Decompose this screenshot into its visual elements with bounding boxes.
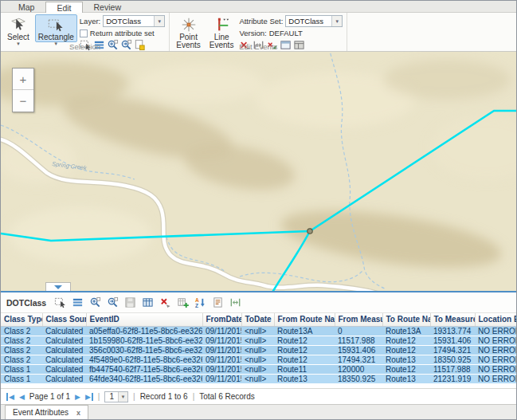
table-cell[interactable]: <null>	[241, 326, 274, 336]
table-cell[interactable]: Class 1	[1, 364, 42, 374]
table-cell[interactable]: NO ERROR	[475, 336, 516, 345]
table-cell[interactable]: Route12	[382, 336, 430, 345]
table-cell[interactable]: <null>	[241, 374, 274, 383]
table-cell[interactable]: Route11	[274, 364, 335, 374]
table-cell[interactable]: 09/11/2015	[202, 326, 241, 336]
switch-table-icon[interactable]	[142, 296, 154, 308]
save-icon[interactable]	[124, 296, 136, 308]
column-header[interactable]: To Route Name	[382, 313, 430, 326]
table-cell[interactable]: <null>	[241, 345, 274, 355]
table-cell[interactable]: Route13A	[274, 326, 335, 336]
table-cell[interactable]: Route13A	[382, 326, 430, 336]
table-cell[interactable]: 11517.988	[430, 364, 475, 374]
table-cell[interactable]: Route12	[382, 364, 430, 374]
column-header[interactable]: From Route Name	[274, 313, 335, 326]
table-cell[interactable]: 64fde340-62f8-11e5-8bc6-ee32641d5ec9	[86, 374, 202, 383]
tab-event-attributes[interactable]: Event Attributes x	[5, 405, 88, 419]
table-row[interactable]: Class 2Calculateda05effa0-62f8-11e5-8bc6…	[1, 326, 516, 336]
table-cell[interactable]: Calculated	[42, 326, 86, 336]
close-icon[interactable]: x	[76, 409, 80, 417]
select-button[interactable]: Select ▼	[4, 14, 33, 42]
pan-to-record-icon[interactable]	[107, 296, 119, 308]
table-cell[interactable]: <null>	[241, 364, 274, 374]
table-cell[interactable]: 11517.988	[335, 336, 382, 345]
table-cell[interactable]: 17494.321	[430, 345, 475, 355]
tab-map[interactable]: Map	[7, 1, 45, 12]
table-cell[interactable]: Calculated	[42, 345, 86, 355]
table-cell[interactable]: Route12	[274, 345, 335, 355]
rectangle-button[interactable]: Rectangle ▼	[35, 14, 77, 42]
column-header[interactable]: FromDate	[202, 313, 241, 326]
table-cell[interactable]: 19313.774	[430, 326, 475, 336]
column-header[interactable]: From Measure	[335, 313, 382, 326]
column-header[interactable]: To Measure	[430, 313, 475, 326]
table-cell[interactable]: 15931.406	[335, 345, 382, 355]
zoom-to-record-icon[interactable]	[89, 296, 101, 308]
table-cell[interactable]: Route13	[274, 374, 335, 383]
table-row[interactable]: Class 2Calculated1b159980-62f8-11e5-8bc6…	[1, 336, 516, 345]
chevron-down-icon[interactable]: ▼	[154, 16, 164, 26]
table-cell[interactable]: NO ERROR	[475, 374, 516, 383]
last-page-button[interactable]: ▶	[85, 393, 93, 401]
table-cell[interactable]: 15931.406	[430, 336, 475, 345]
return-attribute-set-checkbox[interactable]	[80, 29, 88, 37]
table-cell[interactable]: 120000	[335, 364, 382, 374]
previous-page-button[interactable]: ◀	[19, 393, 25, 401]
chevron-down-icon[interactable]: ▼	[331, 16, 342, 26]
table-row[interactable]: Class 2Calculated356c0030-62f8-11e5-8bc6…	[1, 345, 516, 355]
table-cell[interactable]: NO ERROR	[475, 326, 516, 336]
table-cell[interactable]: Class 2	[1, 326, 42, 336]
table-cell[interactable]: NO ERROR	[475, 364, 516, 374]
add-record-icon[interactable]	[177, 296, 189, 308]
map-canvas[interactable]: Spring Creek + −	[1, 52, 516, 291]
column-header[interactable]: Class Type	[1, 313, 42, 326]
show-all-records-icon[interactable]	[72, 296, 84, 308]
zoom-in-button[interactable]: +	[13, 69, 33, 90]
point-events-button[interactable]: Point Events	[173, 14, 204, 42]
next-page-button[interactable]: ▶	[75, 393, 80, 401]
table-cell[interactable]: 356c0030-62f8-11e5-8bc6-ee32641d5ec9	[86, 345, 202, 355]
line-events-button[interactable]: Line Events	[206, 14, 237, 42]
collapse-panel-button[interactable]	[45, 282, 71, 291]
fit-columns-icon[interactable]	[229, 296, 241, 308]
table-cell[interactable]: 21231.919	[430, 374, 475, 383]
column-header[interactable]: EventID	[86, 313, 202, 326]
table-cell[interactable]: 1b159980-62f8-11e5-8bc6-ee32641d5ec9	[86, 336, 202, 345]
column-header[interactable]: Class Source	[42, 313, 86, 326]
delete-record-icon[interactable]	[159, 296, 171, 308]
page-number-select[interactable]: 1 ▼	[104, 391, 128, 402]
table-cell[interactable]: 09/11/2015	[202, 364, 241, 374]
table-row[interactable]: Class 1Calculated64fde340-62f8-11e5-8bc6…	[1, 374, 516, 383]
table-cell[interactable]: Calculated	[42, 374, 86, 383]
sort-icon[interactable]: A Z	[194, 296, 206, 308]
table-cell[interactable]: Class 2	[1, 336, 42, 345]
view-report-icon[interactable]	[212, 296, 224, 308]
table-cell[interactable]: 17494.321	[335, 355, 382, 364]
zoom-out-button[interactable]: −	[13, 90, 33, 112]
attribute-set-dropdown[interactable]: DOTClass ▼	[285, 15, 343, 27]
table-cell[interactable]: 18350.925	[430, 355, 475, 364]
table-cell[interactable]: 18350.925	[335, 374, 382, 383]
table-cell[interactable]: Route12	[274, 355, 335, 364]
tab-review[interactable]: Review	[83, 1, 132, 12]
table-cell[interactable]: Route13	[382, 355, 430, 364]
table-cell[interactable]: a05effa0-62f8-11e5-8bc6-ee32641d5ec9	[86, 326, 202, 336]
layer-dropdown[interactable]: DOTClass ▼	[103, 15, 165, 27]
table-cell[interactable]: Class 2	[1, 355, 42, 364]
tab-edit[interactable]: Edit	[45, 2, 82, 13]
first-page-button[interactable]: ◀	[6, 393, 14, 401]
table-cell[interactable]: Calculated	[42, 364, 86, 374]
table-cell[interactable]: Route12	[274, 336, 335, 345]
select-records-icon[interactable]	[54, 296, 66, 308]
table-cell[interactable]: 4f5489e0-62f8-11e5-8bc6-ee32641d5ec9	[86, 355, 202, 364]
table-cell[interactable]: Route13	[382, 374, 430, 383]
table-cell[interactable]: <null>	[241, 336, 274, 345]
table-row[interactable]: Class 1Calculatedfb447540-62f7-11e5-8bc6…	[1, 364, 516, 374]
table-cell[interactable]: <null>	[241, 355, 274, 364]
table-cell[interactable]: 09/11/2015	[202, 336, 241, 345]
table-cell[interactable]: 09/11/2015	[202, 345, 241, 355]
column-header[interactable]: ToDate	[241, 313, 274, 326]
table-cell[interactable]: Calculated	[42, 355, 86, 364]
table-cell[interactable]: Route12	[382, 345, 430, 355]
table-cell[interactable]: 09/11/2015	[202, 374, 241, 383]
